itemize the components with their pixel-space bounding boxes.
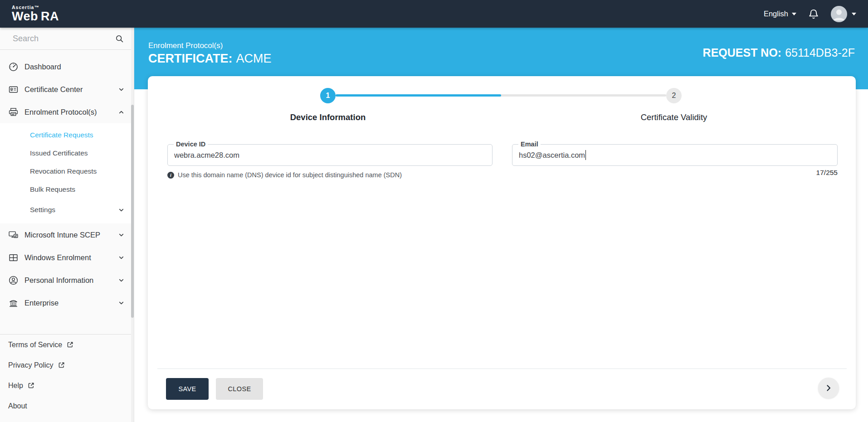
chevron-down-icon [118, 277, 125, 284]
chevron-down-icon [118, 232, 125, 238]
close-button[interactable]: CLOSE [216, 378, 263, 400]
link-label: Privacy Policy [8, 361, 54, 369]
sidebar-item-label: Dashboard [24, 63, 61, 71]
stepper-track [336, 94, 666, 97]
device-sync-icon [8, 230, 19, 240]
footer-divider [157, 369, 847, 369]
sidebar-item-enterprise[interactable]: Enterprise [0, 291, 134, 314]
step-1-circle[interactable]: 1 [320, 88, 336, 103]
sidebar-item-label: Enrolment Protocol(s) [24, 108, 97, 116]
app-logo[interactable]: Ascertia™ WebRA [12, 5, 59, 23]
sidebar-nav: Dashboard Certificate Center [0, 50, 134, 314]
stepper-progress [336, 94, 501, 97]
sidebar-item-settings[interactable]: Settings [0, 201, 134, 219]
device-id-field: Device ID [167, 144, 493, 166]
sidebar-item-bulk-requests[interactable]: Bulk Requests [0, 180, 134, 199]
search-input[interactable] [0, 28, 134, 49]
language-selector[interactable]: English [764, 10, 796, 18]
breadcrumb: Enrolment Protocol(s) [148, 41, 272, 50]
brand-ascertia: Ascertia™ [12, 5, 59, 10]
external-link-icon [27, 382, 35, 389]
step-1-label: Device Information [255, 112, 400, 122]
chevron-down-icon [118, 254, 125, 261]
email-input[interactable]: hs02@ascertia.com [512, 145, 837, 165]
sidebar-item-label: Certificate Center [24, 85, 83, 94]
language-label: English [764, 10, 788, 18]
chevron-down-icon [118, 207, 125, 213]
next-step-button[interactable] [818, 378, 839, 398]
sidebar-item-microsoft-intune-scep[interactable]: Microsoft Intune SCEP [0, 223, 134, 246]
chevron-down-icon [118, 300, 125, 306]
chevron-down-icon [118, 86, 125, 93]
sidebar-item-windows-enrolment[interactable]: Windows Enrolment [0, 246, 134, 269]
chevron-up-icon [118, 109, 125, 116]
link-label: Terms of Service [8, 341, 62, 349]
chevron-down-icon [792, 13, 796, 15]
sidebar-scrollbar-track[interactable] [131, 28, 134, 422]
link-help[interactable]: Help [0, 375, 134, 396]
window-pane-icon [8, 252, 19, 263]
email-field: Email hs02@ascertia.com [512, 144, 838, 166]
certificate-card-icon [8, 84, 19, 95]
main-content: Enrolment Protocol(s) CERTIFICATE:ACME R… [134, 28, 868, 422]
search-icon[interactable] [115, 34, 124, 43]
device-id-input[interactable] [168, 145, 492, 165]
sidebar-item-label: Certificate Requests [30, 131, 93, 139]
sidebar-item-enrolment-protocols[interactable]: Enrolment Protocol(s) [0, 101, 134, 123]
info-icon [167, 172, 174, 179]
device-id-hint: Use this domain name (DNS) device id for… [167, 171, 402, 179]
sidebar-scrollbar-thumb[interactable] [131, 105, 134, 318]
sidebar-item-label: Personal Information [24, 276, 93, 285]
page-title: CERTIFICATE:ACME [148, 52, 272, 66]
sidebar-item-label: Windows Enrolment [24, 253, 91, 262]
external-link-icon [58, 361, 65, 369]
sidebar-item-label: Bulk Requests [30, 185, 75, 194]
sidebar: Dashboard Certificate Center [0, 28, 134, 422]
step-2-circle[interactable]: 2 [666, 88, 682, 103]
sidebar-footer: Terms of Service Privacy Policy Help Abo… [0, 334, 134, 416]
brand-webra: WebRA [12, 10, 59, 23]
link-label: Help [8, 382, 23, 390]
sidebar-item-label: Revocation Requests [30, 167, 97, 175]
user-menu[interactable] [831, 6, 856, 22]
form-card: 1 2 Device Information Certificate Valid… [148, 76, 856, 409]
text-cursor [585, 150, 586, 160]
sidebar-item-personal-information[interactable]: Personal Information [0, 269, 134, 291]
chevron-right-icon [824, 383, 833, 393]
sidebar-search [0, 28, 134, 50]
sidebar-item-dashboard[interactable]: Dashboard [0, 55, 134, 78]
chevron-down-icon [852, 13, 856, 15]
page-header-titles: Enrolment Protocol(s) CERTIFICATE:ACME [148, 41, 272, 66]
topbar-controls: English [764, 6, 856, 22]
sidebar-item-label: Settings [30, 206, 55, 214]
link-label: About [8, 402, 27, 410]
email-char-counter: 17/255 [512, 169, 838, 177]
sidebar-item-label: Issued Certificates [30, 149, 88, 157]
sidebar-item-issued-certificates[interactable]: Issued Certificates [0, 144, 134, 162]
enrolment-submenu: Certificate Requests Issued Certificates… [0, 123, 134, 223]
notification-bell-icon[interactable] [807, 8, 820, 20]
top-bar: Ascertia™ WebRA English [0, 0, 868, 28]
sidebar-item-certificate-requests[interactable]: Certificate Requests [0, 126, 134, 144]
link-terms-of-service[interactable]: Terms of Service [0, 335, 134, 355]
sidebar-item-label: Enterprise [24, 299, 59, 307]
dashboard-gauge-icon [8, 62, 19, 72]
enrolment-printer-icon [8, 107, 19, 117]
sidebar-item-revocation-requests[interactable]: Revocation Requests [0, 162, 134, 180]
request-number: REQUEST NO:65114DB3-2F [703, 46, 855, 59]
save-button[interactable]: SAVE [166, 378, 209, 400]
step-2-label: Certificate Validity [601, 112, 746, 122]
external-link-icon [66, 341, 74, 349]
device-id-label: Device ID [174, 140, 208, 149]
link-privacy-policy[interactable]: Privacy Policy [0, 355, 134, 375]
sidebar-item-certificate-center[interactable]: Certificate Center [0, 78, 134, 101]
link-about[interactable]: About [0, 396, 134, 416]
bank-building-icon [8, 298, 19, 308]
email-label: Email [518, 140, 541, 149]
hint-text: Use this domain name (DNS) device id for… [178, 171, 402, 179]
avatar [831, 6, 847, 22]
person-circle-icon [8, 275, 19, 286]
sidebar-item-label: Microsoft Intune SCEP [24, 231, 100, 239]
